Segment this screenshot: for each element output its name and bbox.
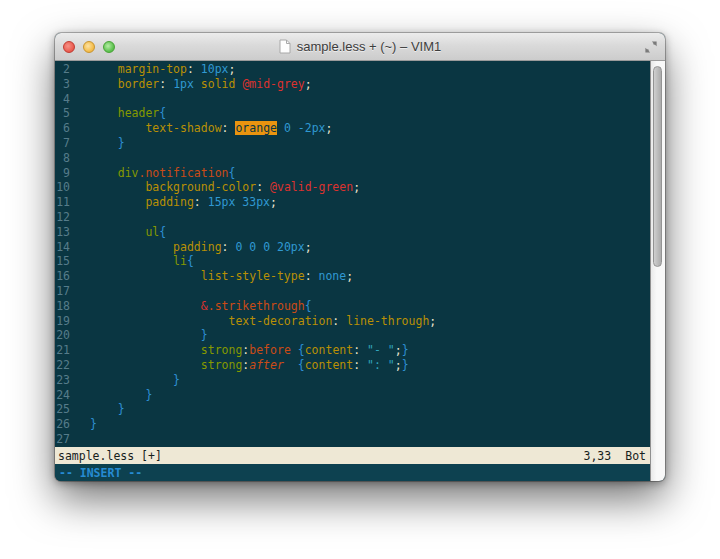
code-text: } [90,402,125,416]
line-number: 9 [55,166,70,181]
code-text: text-decoration: line-through; [90,314,436,328]
code-line: 10 background-color: @valid-green; [55,180,650,195]
line-number: 14 [55,240,70,255]
code-line: 22 strong:after {content: ": ";} [55,358,650,373]
code-text: padding: 0 0 0 20px; [90,240,312,254]
code-line: 5 header{ [55,106,650,121]
code-line: 27 [55,432,650,447]
code-text: li{ [90,254,194,268]
window-title: sample.less + (~) – VIM1 [297,39,442,54]
code-text: div.notification{ [90,166,235,180]
close-button[interactable] [63,41,75,53]
code-line: 17 [55,284,650,299]
code-text: } [90,373,180,387]
code-line: 24 } [55,388,650,403]
code-text: ul{ [90,225,166,239]
vim-window: sample.less + (~) – VIM1 2 margin-top: 1… [55,33,665,481]
mode-indicator: -- INSERT -- [59,466,142,480]
code-text: } [90,136,125,150]
code-text: &.strikethrough{ [90,299,312,313]
code-text: strong:after {content: ": ";} [90,358,409,372]
code-line: 9 div.notification{ [55,166,650,181]
line-number: 5 [55,106,70,121]
line-number: 27 [55,432,70,447]
line-number: 19 [55,314,70,329]
code-line: 20 } [55,328,650,343]
window-content: 2 margin-top: 10px;3 border: 1px solid @… [55,61,665,481]
code-line: 25 } [55,402,650,417]
line-number: 4 [55,92,70,107]
code-text: border: 1px solid @mid-grey; [90,77,312,91]
code-text: padding: 15px 33px; [90,195,277,209]
code-line: 2 margin-top: 10px; [55,62,650,77]
code-text: header{ [90,106,166,120]
line-number: 24 [55,388,70,403]
fullscreen-icon[interactable] [644,40,658,54]
titlebar[interactable]: sample.less + (~) – VIM1 [55,33,665,61]
code-line: 8 [55,151,650,166]
line-number: 13 [55,225,70,240]
editor-column: 2 margin-top: 10px;3 border: 1px solid @… [55,61,650,481]
line-number: 20 [55,328,70,343]
line-number: 15 [55,254,70,269]
code-text: text-shadow: orange 0 -2px; [90,121,332,135]
code-line: 3 border: 1px solid @mid-grey; [55,77,650,92]
code-line: 11 padding: 15px 33px; [55,195,650,210]
line-number: 12 [55,210,70,225]
zoom-button[interactable] [103,41,115,53]
code-line: 26} [55,417,650,432]
code-line: 7 } [55,136,650,151]
line-number: 23 [55,373,70,388]
code-line: 16 list-style-type: none; [55,269,650,284]
line-number: 17 [55,284,70,299]
title-area: sample.less + (~) – VIM1 [279,39,442,54]
line-number: 21 [55,343,70,358]
line-number: 7 [55,136,70,151]
line-number: 2 [55,62,70,77]
document-icon [279,39,291,54]
line-number: 3 [55,77,70,92]
minimize-button[interactable] [83,41,95,53]
code-text: strong:before {content: "- ";} [90,343,409,357]
code-text: } [90,328,208,342]
code-line: 13 ul{ [55,225,650,240]
code-line: 18 &.strikethrough{ [55,299,650,314]
line-number: 18 [55,299,70,314]
search-highlight: orange [235,121,277,135]
line-number: 10 [55,180,70,195]
line-number: 25 [55,402,70,417]
line-number: 6 [55,121,70,136]
code-line: 23 } [55,373,650,388]
status-bar: sample.less [+] 3,33 Bot [55,447,650,464]
scrollbar-thumb[interactable] [653,66,662,267]
line-number: 11 [55,195,70,210]
code-line: 4 [55,92,650,107]
code-text: background-color: @valid-green; [90,180,360,194]
code-lines: 2 margin-top: 10px;3 border: 1px solid @… [55,62,650,447]
code-area[interactable]: 2 margin-top: 10px;3 border: 1px solid @… [55,61,650,447]
line-number: 8 [55,151,70,166]
code-line: 21 strong:before {content: "- ";} [55,343,650,358]
status-filename: sample.less [+] [58,449,162,463]
command-line: -- INSERT -- [55,464,650,481]
line-number: 22 [55,358,70,373]
code-line: 12 [55,210,650,225]
code-text: } [90,417,97,431]
code-line: 6 text-shadow: orange 0 -2px; [55,121,650,136]
code-text: } [90,388,152,402]
code-line: 15 li{ [55,254,650,269]
status-ruler: 3,33 [584,449,612,463]
code-text: list-style-type: none; [90,269,353,283]
code-text: margin-top: 10px; [90,62,235,76]
line-number: 26 [55,417,70,432]
scrollbar-track[interactable] [650,61,665,481]
code-line: 14 padding: 0 0 0 20px; [55,240,650,255]
status-scroll-position: Bot [625,449,647,463]
code-line: 19 text-decoration: line-through; [55,314,650,329]
line-number: 16 [55,269,70,284]
window-controls [63,41,115,53]
